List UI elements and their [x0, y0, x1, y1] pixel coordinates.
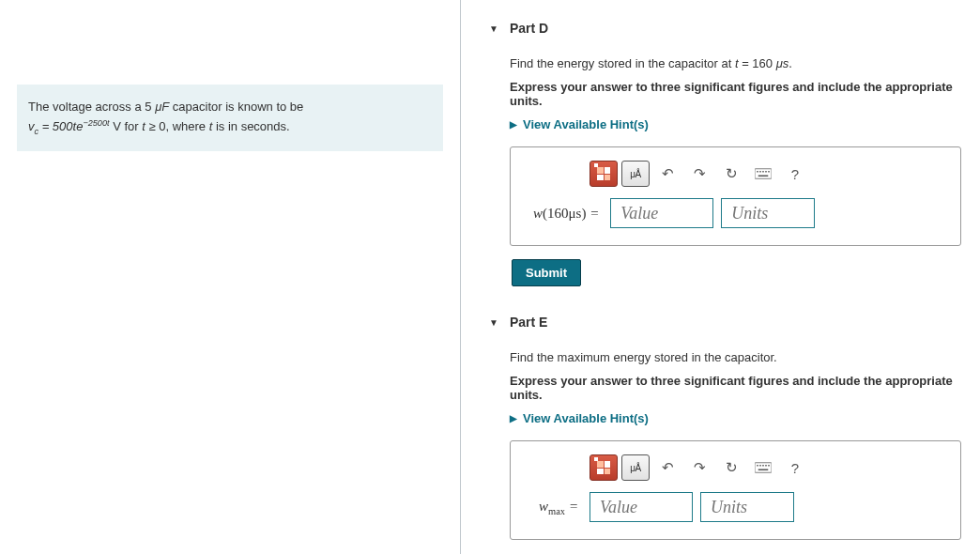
svg-rect-1 — [757, 171, 758, 173]
part-d-header[interactable]: ▼ Part D — [489, 21, 961, 36]
instruction-text: Express your answer to three significant… — [510, 80, 961, 108]
chevron-down-icon: ▼ — [489, 23, 498, 34]
question-text: Find the maximum energy stored in the ca… — [510, 350, 961, 364]
arg: (160μs) — [543, 206, 586, 221]
part-title: Part D — [510, 21, 548, 36]
svg-rect-2 — [759, 171, 761, 173]
text: = 160 — [739, 56, 776, 70]
undo-button[interactable]: ↶ — [653, 454, 681, 481]
text: is in seconds. — [212, 119, 289, 133]
svg-rect-0 — [755, 169, 772, 179]
chevron-right-icon: ▶ — [510, 119, 517, 130]
svg-rect-13 — [758, 469, 769, 471]
redo-button[interactable]: ↷ — [685, 454, 713, 481]
var: w — [539, 499, 548, 514]
text: Find the energy stored in the capacitor … — [510, 56, 735, 70]
text: . — [789, 56, 792, 70]
svg-rect-6 — [758, 176, 769, 177]
svg-rect-9 — [759, 465, 761, 467]
redo-button[interactable]: ↷ — [685, 161, 713, 187]
svg-rect-12 — [768, 465, 770, 467]
value-input[interactable] — [590, 492, 693, 522]
chevron-right-icon: ▶ — [510, 413, 517, 423]
answer-variable-label: wmax = — [533, 499, 582, 516]
text: The voltage across a 5 — [28, 100, 155, 114]
help-button[interactable]: ? — [781, 454, 809, 481]
label: μÅ — [630, 463, 640, 473]
units-symbol-button[interactable]: μÅ — [621, 161, 650, 187]
answer-toolbar: μÅ ↶ ↷ ↻ ? — [590, 161, 947, 187]
part-title: Part E — [510, 315, 547, 330]
answer-toolbar: μÅ ↶ ↷ ↻ ? — [590, 454, 947, 481]
view-hints-link[interactable]: ▶ View Available Hint(s) — [510, 411, 961, 425]
text: V for — [113, 119, 142, 133]
link-label: View Available Hint(s) — [523, 117, 649, 131]
keyboard-button[interactable] — [749, 454, 777, 481]
svg-rect-7 — [755, 463, 772, 473]
var: w — [533, 206, 543, 221]
keyboard-button[interactable] — [749, 161, 777, 187]
text: μs — [776, 56, 789, 70]
reset-button[interactable]: ↻ — [717, 161, 745, 187]
text: ≥ 0, where — [145, 119, 209, 133]
chevron-down-icon: ▼ — [489, 317, 498, 328]
question-text: Find the energy stored in the capacitor … — [510, 56, 961, 70]
subscript: max — [548, 506, 565, 516]
problem-statement: The voltage across a 5 μF capacitor is k… — [17, 85, 443, 151]
svg-rect-5 — [768, 171, 770, 173]
svg-rect-10 — [762, 465, 764, 467]
link-label: View Available Hint(s) — [523, 411, 649, 425]
units-input[interactable] — [700, 492, 794, 522]
answer-panel: μÅ ↶ ↷ ↻ ? w(160μs) = — [510, 146, 961, 246]
svg-rect-11 — [765, 465, 767, 467]
reset-button[interactable]: ↻ — [717, 454, 745, 481]
svg-rect-8 — [757, 465, 758, 467]
templates-button[interactable] — [590, 161, 618, 187]
units-symbol-button[interactable]: μÅ — [621, 454, 650, 481]
text: capacitor is known to be — [169, 100, 303, 114]
svg-rect-4 — [765, 171, 767, 173]
keyboard-icon — [755, 168, 772, 179]
view-hints-link[interactable]: ▶ View Available Hint(s) — [510, 117, 961, 131]
undo-button[interactable]: ↶ — [653, 161, 681, 187]
value-input[interactable] — [610, 198, 713, 228]
exponent: −2500t — [83, 118, 109, 128]
answer-panel: μÅ ↶ ↷ ↻ ? wmax = — [510, 440, 961, 540]
part-e-header[interactable]: ▼ Part E — [489, 315, 961, 330]
label: μÅ — [630, 169, 640, 179]
eq: = — [586, 206, 599, 221]
eq: = — [565, 499, 578, 514]
submit-button[interactable]: Submit — [512, 259, 581, 286]
answer-variable-label: w(160μs) = — [533, 206, 603, 222]
text: μF — [155, 100, 169, 114]
help-button[interactable]: ? — [781, 161, 809, 187]
keyboard-icon — [755, 462, 772, 473]
svg-rect-3 — [762, 171, 764, 173]
text: = 500 — [38, 119, 73, 133]
instruction-text: Express your answer to three significant… — [510, 374, 961, 402]
templates-button[interactable] — [590, 454, 618, 481]
equation: vc = 500te−2500t — [28, 119, 113, 133]
units-input[interactable] — [721, 198, 815, 228]
